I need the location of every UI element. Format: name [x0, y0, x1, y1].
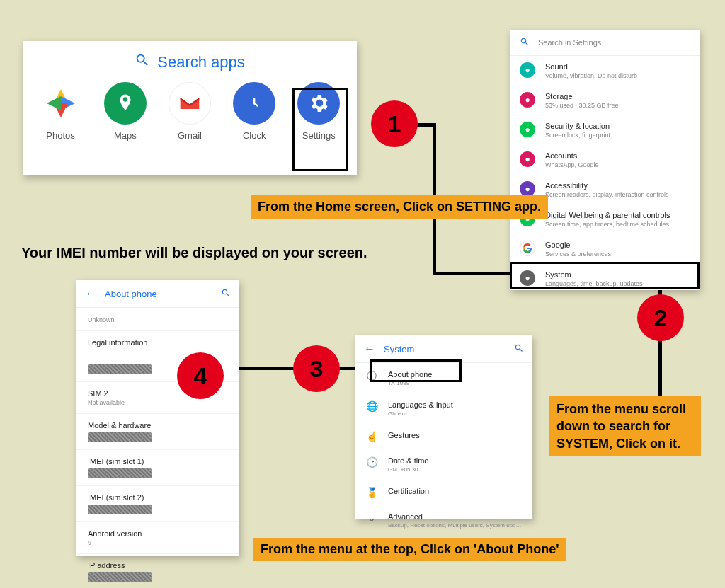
system-item-title: Certification — [388, 487, 429, 495]
app-label: Photos — [33, 130, 89, 141]
app-label: Maps — [97, 130, 154, 141]
settings-item-icon: ● — [520, 62, 535, 78]
step-badge-1: 1 — [371, 100, 418, 147]
redacted-value — [88, 572, 152, 582]
about-row-title: IMEI (sim slot 1) — [88, 457, 228, 466]
system-item-subtitle: Backup, Reset options, Multiple users, S… — [388, 522, 522, 529]
system-item-advanced[interactable]: ⌄AdvancedBackup, Reset options, Multiple… — [355, 505, 532, 536]
search-icon[interactable] — [221, 288, 231, 300]
system-item-title: Gestures — [388, 431, 420, 439]
about-row[interactable]: Model & hardware — [76, 414, 239, 450]
system-item-languages-input[interactable]: 🌐Languages & inputGboard — [355, 393, 532, 424]
search-settings[interactable]: Search in Settings — [510, 30, 700, 56]
about-title: About phone — [105, 289, 212, 299]
settings-item-icon: ● — [520, 122, 535, 137]
caption-step-2: From the menu scroll down to search for … — [549, 396, 701, 456]
step-badge-3: 3 — [293, 345, 340, 392]
settings-item-title: Security & location — [545, 122, 610, 130]
settings-item-subtitle: Services & preferences — [545, 250, 611, 258]
search-icon — [520, 37, 530, 48]
maps-icon — [104, 82, 147, 125]
about-row-sub: Unknown — [88, 316, 228, 323]
system-item-certification[interactable]: 🏅Certification — [355, 480, 532, 505]
clock-icon — [233, 82, 275, 125]
app-photos[interactable]: Photos — [33, 82, 89, 141]
system-item-date-time[interactable]: 🕑Date & timeGMT+05:30 — [355, 449, 532, 480]
about-phone-screen: ← About phone UnknownLegal informationSI… — [76, 280, 239, 556]
settings-item-subtitle: Volume, vibration, Do not disturb — [545, 72, 637, 79]
highlight-about-phone — [370, 359, 462, 382]
settings-item-subtitle: 53% used · 30.25 GB free — [545, 102, 619, 109]
app-maps[interactable]: Maps — [97, 82, 154, 141]
step-badge-4: 4 — [177, 352, 224, 399]
gmail-icon — [169, 82, 211, 125]
settings-item-sound[interactable]: ●SoundVolume, vibration, Do not disturb — [510, 56, 700, 86]
settings-item-subtitle: Screen readers, display, interaction con… — [545, 191, 668, 198]
search-settings-placeholder: Search in Settings — [538, 38, 601, 47]
search-apps-label: Search apps — [157, 53, 245, 71]
about-row-title: Legal information — [88, 338, 228, 347]
back-icon[interactable]: ← — [364, 342, 375, 355]
caption-step-1: From the Home screen, Click on SETTING a… — [251, 195, 548, 219]
system-item-title: Date & time — [388, 456, 428, 465]
settings-item-google[interactable]: GoogleServices & preferences — [510, 234, 700, 264]
settings-item-subtitle: Screen time, app timers, bedtime schedul… — [545, 221, 670, 228]
system-title: System — [384, 344, 506, 354]
app-label: Clock — [226, 130, 282, 141]
settings-item-security-location[interactable]: ●Security & locationScreen lock, fingerp… — [510, 115, 700, 145]
about-row[interactable]: Unknown — [76, 308, 239, 331]
about-row-title: IMEI (sim slot 2) — [88, 493, 228, 502]
search-apps[interactable]: Search apps — [28, 48, 351, 82]
about-row[interactable]: IMEI (sim slot 2) — [76, 486, 239, 522]
settings-item-title: Sound — [545, 62, 637, 71]
system-item-icon: ⌄ — [365, 512, 378, 524]
about-row-title: IP address — [88, 561, 228, 570]
photos-icon — [40, 82, 82, 125]
settings-item-accounts[interactable]: ●AccountsWhatsApp, Google — [510, 145, 700, 175]
settings-item-title: Google — [545, 241, 611, 249]
app-label: Gmail — [161, 130, 218, 141]
settings-list: Search in Settings ●SoundVolume, vibrati… — [510, 30, 700, 290]
highlight-system-item — [510, 262, 700, 289]
about-row[interactable]: IMEI (sim slot 1) — [76, 450, 239, 486]
app-clock[interactable]: Clock — [226, 82, 282, 141]
system-item-subtitle: Gboard — [388, 410, 453, 417]
settings-item-title: Storage — [545, 92, 619, 100]
final-note: Your IMEI number will be displayed on yo… — [21, 245, 367, 261]
redacted-value — [88, 468, 152, 478]
about-row[interactable]: IP address — [76, 554, 239, 588]
settings-item-icon: ● — [520, 181, 535, 197]
about-row[interactable]: Android version9 — [76, 522, 239, 554]
system-item-subtitle: GMT+05:30 — [388, 466, 428, 473]
about-row-title: Model & hardware — [88, 421, 228, 430]
settings-item-subtitle: WhatsApp, Google — [545, 161, 599, 168]
search-icon — [135, 52, 150, 72]
system-item-icon: ☝ — [365, 431, 378, 442]
settings-item-icon: ● — [520, 151, 535, 167]
system-item-title: Languages & input — [388, 400, 453, 409]
settings-item-title: Accessibility — [545, 181, 668, 190]
about-row-title: Android version — [88, 529, 228, 538]
settings-item-icon — [520, 241, 535, 256]
about-row-sub: 9 — [88, 539, 228, 546]
settings-item-icon: ● — [520, 92, 535, 108]
system-item-icon: 🏅 — [365, 487, 378, 498]
about-header: ← About phone — [76, 280, 239, 308]
settings-item-subtitle: Screen lock, fingerprint — [545, 132, 610, 139]
about-row-sub: Not available — [88, 399, 228, 406]
settings-item-title: Digital Wellbeing & parental controls — [545, 211, 670, 219]
redacted-value — [88, 364, 152, 374]
app-gmail[interactable]: Gmail — [161, 82, 218, 141]
back-icon[interactable]: ← — [85, 287, 96, 300]
redacted-value — [88, 505, 152, 514]
search-icon[interactable] — [514, 343, 524, 354]
connector — [433, 272, 510, 275]
about-row[interactable]: Legal information — [76, 331, 239, 354]
system-item-title: Advanced — [388, 512, 522, 521]
highlight-settings-app — [292, 88, 348, 171]
settings-item-storage[interactable]: ●Storage53% used · 30.25 GB free — [510, 86, 700, 115]
system-item-gestures[interactable]: ☝Gestures — [355, 424, 532, 449]
settings-item-title: Accounts — [545, 151, 599, 160]
redacted-value — [88, 432, 152, 442]
system-item-icon: 🕑 — [365, 456, 378, 468]
